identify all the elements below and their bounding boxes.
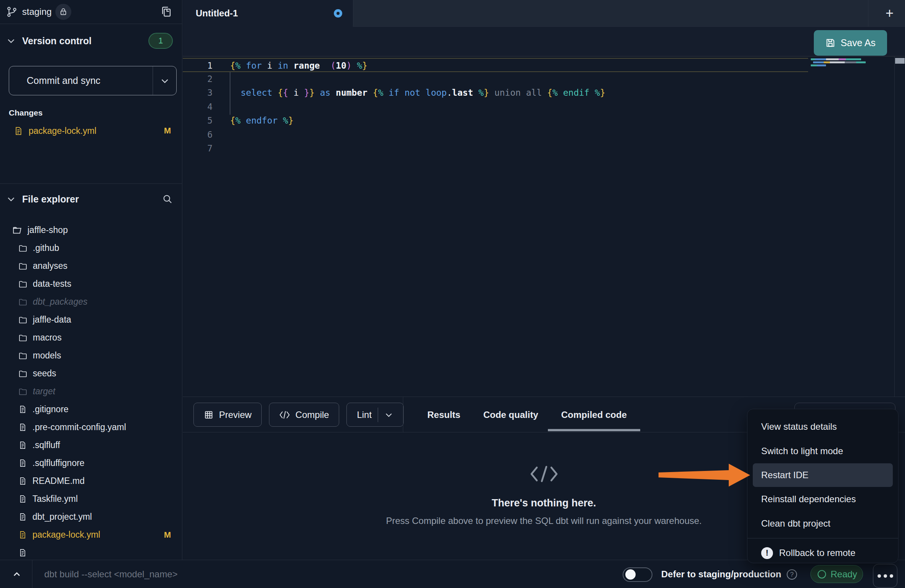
tree-item-label: .sqlfluff	[32, 440, 60, 450]
tab-bar: Untitled-1 +	[183, 0, 905, 27]
tree-item-.sqlfluff[interactable]: .sqlfluff	[0, 436, 182, 454]
scrollbar-thumb[interactable]	[895, 58, 905, 64]
tree-item-.sqlfluffignore[interactable]: .sqlfluffignore	[0, 454, 182, 472]
tree-item-label: .pre-commit-config.yaml	[32, 422, 126, 432]
lint-button[interactable]: Lint	[346, 403, 404, 427]
git-branch-icon	[6, 6, 18, 18]
help-icon[interactable]: ?	[787, 569, 797, 580]
tree-item-dbt_packages[interactable]: dbt_packages	[0, 293, 182, 311]
collapse-command-bar-button[interactable]	[8, 560, 25, 588]
tab-title: Untitled-1	[196, 8, 238, 19]
branch-lock-chip[interactable]	[55, 4, 71, 20]
tree-item-analyses[interactable]: analyses	[0, 257, 182, 275]
tree-item-data-tests[interactable]: data-tests	[0, 275, 182, 293]
changed-file-row[interactable]: package-lock.yml M	[0, 123, 182, 139]
code-line-4[interactable]: 4	[183, 100, 895, 114]
code-editor[interactable]: 1{% for i in range (10) %}23 select {{ i…	[183, 56, 905, 397]
commit-options-chevron[interactable]	[153, 66, 176, 95]
file-icon	[18, 423, 27, 432]
version-control-title: Version control	[22, 35, 92, 47]
file-explorer-header[interactable]: File explorer	[0, 184, 182, 214]
menu-item-reinstall-dependencies[interactable]: Reinstall dependencies	[747, 487, 898, 511]
tree-item-jaffle-data[interactable]: jaffle-data	[0, 311, 182, 329]
search-icon[interactable]	[162, 193, 173, 205]
tree-item-seeds[interactable]: seeds	[0, 365, 182, 382]
defer-toggle[interactable]	[623, 567, 652, 582]
copy-icon[interactable]	[160, 5, 173, 18]
tab-results[interactable]: Results	[427, 397, 461, 432]
command-input[interactable]: dbt build --select <model_name>	[44, 560, 178, 588]
menu-item-view-status-details[interactable]: View status details	[747, 414, 898, 439]
code-line-7[interactable]: 7	[183, 141, 895, 156]
chevron-down-icon[interactable]	[384, 410, 393, 419]
folder-open-icon	[12, 225, 22, 235]
tree-item-label: README.md	[32, 476, 85, 486]
tree-item-.gitignore[interactable]: .gitignore	[0, 400, 182, 418]
changed-file-name: package-lock.yml	[29, 126, 97, 136]
commit-and-sync-button[interactable]: Commit and sync	[9, 66, 177, 95]
more-options-button[interactable]	[873, 564, 897, 588]
tree-item-README.md[interactable]: README.md	[0, 472, 182, 490]
tab-untitled-1[interactable]: Untitled-1	[183, 0, 353, 27]
tree-item-.github[interactable]: .github	[0, 239, 182, 257]
tree-item-label: data-tests	[33, 279, 71, 289]
menu-item-restart-ide[interactable]: Restart IDE	[753, 463, 893, 487]
tree-item-label: models	[33, 350, 61, 361]
file-explorer-section: File explorer jaffle-shop.githubanalyses…	[0, 183, 182, 560]
code-line-5[interactable]: 5{% endfor %}	[183, 114, 895, 128]
save-as-button[interactable]: Save As	[814, 30, 887, 56]
version-control-header[interactable]: Version control 1	[0, 29, 182, 52]
ide-options-menu: View status detailsSwitch to light modeR…	[747, 409, 899, 563]
version-control-badge: 1	[148, 33, 173, 49]
tree-item-label: analyses	[33, 261, 68, 271]
folder-icon	[18, 315, 27, 325]
tree-item-label: seeds	[33, 368, 56, 379]
file-icon	[18, 459, 27, 468]
tree-item-jaffle-shop[interactable]: jaffle-shop	[0, 221, 182, 239]
code-line-6[interactable]: 6	[183, 128, 895, 142]
statusbar-divider	[32, 560, 32, 588]
warning-icon: !	[761, 547, 773, 559]
ready-status[interactable]: Ready	[810, 565, 863, 583]
menu-item-switch-to-light-mode[interactable]: Switch to light mode	[747, 439, 898, 463]
tree-item-dbt_project.yml[interactable]: dbt_project.yml	[0, 508, 182, 526]
file-icon	[18, 405, 27, 414]
code-icon	[279, 411, 290, 419]
file-icon	[14, 126, 23, 136]
code-line-2[interactable]: 2	[183, 72, 895, 86]
status-ring-icon	[818, 570, 826, 578]
file-tree: jaffle-shop.githubanalysesdata-testsdbt_…	[0, 221, 182, 560]
code-line-3[interactable]: 3 select {{ i }} as number {% if not loo…	[183, 86, 895, 100]
folder-icon	[18, 387, 27, 396]
modified-badge: M	[164, 126, 171, 136]
chevron-down-icon[interactable]	[6, 36, 16, 46]
tree-item-clipped[interactable]	[0, 544, 182, 560]
menu-item-rollback-to-remote[interactable]: !Rollback to remote	[747, 541, 898, 565]
code-brackets-icon	[530, 465, 559, 483]
line-number: 4	[183, 100, 213, 114]
tab-code-quality[interactable]: Code quality	[483, 397, 538, 432]
table-icon	[204, 410, 214, 420]
tree-item-macros[interactable]: macros	[0, 329, 182, 347]
preview-button[interactable]: Preview	[193, 403, 262, 427]
tree-item-models[interactable]: models	[0, 347, 182, 365]
file-explorer-title: File explorer	[22, 194, 79, 205]
code-line-1[interactable]: 1{% for i in range (10) %}	[183, 58, 808, 72]
tree-item-label: dbt_packages	[33, 297, 87, 307]
menu-item-clean-dbt-project[interactable]: Clean dbt project	[747, 511, 898, 536]
folder-icon	[18, 262, 27, 271]
folder-icon	[18, 333, 27, 342]
minimap[interactable]	[811, 58, 866, 71]
tab-compiled-code[interactable]: Compiled code	[561, 397, 627, 432]
compile-button[interactable]: Compile	[269, 403, 339, 427]
tree-item-target[interactable]: target	[0, 382, 182, 400]
tree-item-Taskfile.yml[interactable]: Taskfile.yml	[0, 490, 182, 508]
line-number: 5	[183, 114, 213, 128]
button-label: Compile	[295, 410, 329, 420]
chevron-down-icon[interactable]	[6, 194, 16, 204]
branch-header: staging	[0, 0, 182, 24]
new-tab-button[interactable]: +	[874, 0, 905, 27]
tree-item-label: Taskfile.yml	[32, 494, 78, 504]
tree-item-package-lock.yml[interactable]: package-lock.ymlM	[0, 526, 182, 544]
tree-item-.pre-commit-config.yaml[interactable]: .pre-commit-config.yaml	[0, 418, 182, 436]
